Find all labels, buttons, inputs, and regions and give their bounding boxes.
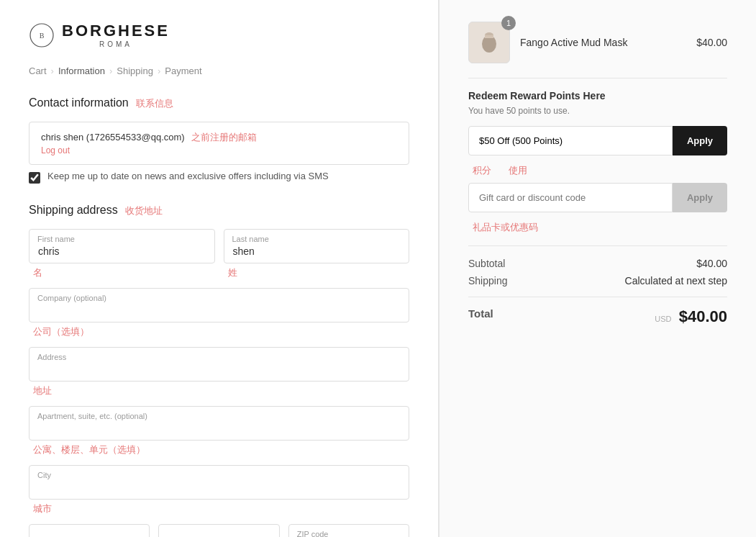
product-name: Fango Active Mud Mask (520, 37, 686, 48)
gift-card-input[interactable] (468, 183, 673, 212)
address-input[interactable] (29, 347, 409, 382)
logout-link[interactable]: Log out (41, 145, 70, 155)
apt-row: Apartment, suite, etc. (optional) 公寓、楼层、… (29, 406, 409, 456)
country-select-wrapper: United States (29, 524, 150, 537)
svg-rect-4 (485, 35, 493, 38)
shipping-value: Calculated at next step (625, 275, 727, 286)
last-name-group: Last name 姓 (224, 229, 410, 279)
apply-gift-button[interactable]: Apply (673, 183, 727, 212)
total-amount-area: USD $40.00 (655, 307, 727, 326)
product-price: $40.00 (696, 37, 727, 48)
shipping-row: Shipping Calculated at next step (468, 275, 727, 286)
product-item: 1 Fango Active Mud Mask $40.00 (468, 22, 727, 63)
shipping-label: Shipping (468, 275, 508, 286)
company-group: Company (optional) 公司（选填） (29, 288, 409, 338)
reward-title: Redeem Reward Points Here (468, 90, 727, 101)
breadcrumb-cart[interactable]: Cart (29, 66, 47, 76)
country-group: Country/Region United States 国家 (29, 524, 150, 537)
divider-1 (468, 78, 727, 78)
subtotal-label: Subtotal (468, 258, 505, 269)
points-cn-note: 积分 使用 (468, 164, 727, 177)
logo-text: BORGHESE ROMA (62, 22, 170, 48)
logo-area: B BORGHESE ROMA (29, 22, 409, 48)
address-row: Address 地址 (29, 347, 409, 397)
product-img-wrap: 1 (468, 22, 510, 63)
contact-section-title: Contact information 联系信息 (29, 96, 409, 110)
sep1: › (51, 66, 54, 76)
sms-label: Keep me up to date on news and exclusive… (47, 171, 329, 181)
contact-box: chris shen (1726554533@qq.com) 之前注册的邮箱 L… (29, 122, 409, 165)
gift-input-row: Apply (468, 183, 727, 212)
reward-section: Redeem Reward Points Here You have 50 po… (468, 90, 727, 234)
zip-group: ZIP code 邮编 (288, 524, 409, 537)
divider-2 (468, 245, 727, 246)
name-row: First name 名 Last name 姓 (29, 229, 409, 279)
subtotal-value: $40.00 (696, 258, 727, 269)
address-group: Address 地址 (29, 347, 409, 397)
city-group: City 城市 (29, 465, 409, 515)
first-name-input[interactable] (29, 229, 215, 263)
breadcrumb-information: Information (58, 66, 105, 76)
apt-group: Apartment, suite, etc. (optional) 公寓、楼层、… (29, 406, 409, 456)
sms-checkbox-row: Keep me up to date on news and exclusive… (29, 171, 409, 184)
state-group: State State AlabamaAlaskaArizona Califor… (158, 524, 279, 537)
left-panel: B BORGHESE ROMA Cart › Information › Shi… (0, 0, 439, 537)
sms-checkbox[interactable] (29, 172, 40, 184)
sep3: › (158, 66, 160, 76)
total-row: Total USD $40.00 (468, 297, 727, 326)
points-input[interactable] (468, 126, 673, 155)
breadcrumb-payment[interactable]: Payment (165, 66, 201, 76)
svg-text:B: B (40, 32, 45, 40)
company-row: Company (optional) 公司（选填） (29, 288, 409, 338)
shipping-section-title: Shipping address 收货地址 (29, 204, 409, 217)
total-currency: USD (655, 315, 671, 323)
gift-cn-note: 礼品卡或优惠码 (468, 221, 727, 234)
product-thumbnail-icon (476, 30, 502, 55)
sep2: › (109, 66, 112, 76)
right-panel: 1 Fango Active Mud Mask $40.00 Redeem Re… (439, 0, 756, 537)
product-badge: 1 (501, 16, 516, 30)
reward-sub: You have 50 points to use. (468, 106, 727, 116)
city-row: City 城市 (29, 465, 409, 515)
country-state-zip-row: Country/Region United States 国家 State St… (29, 524, 409, 537)
total-label: Total (468, 307, 493, 326)
page-layout: B BORGHESE ROMA Cart › Information › Shi… (0, 0, 756, 537)
breadcrumb: Cart › Information › Shipping › Payment (29, 66, 409, 76)
contact-info: chris shen (1726554533@qq.com) 之前注册的邮箱 L… (41, 131, 257, 155)
first-name-group: First name 名 (29, 229, 215, 279)
last-name-input[interactable] (224, 229, 410, 263)
total-value: $40.00 (679, 307, 727, 325)
borghese-logo-icon: B (29, 22, 55, 48)
contact-email: chris shen (1726554533@qq.com) 之前注册的邮箱 (41, 131, 257, 144)
points-input-row: Apply (468, 126, 727, 155)
breadcrumb-shipping[interactable]: Shipping (117, 66, 153, 76)
country-select[interactable]: United States (29, 524, 150, 537)
zip-input[interactable] (288, 524, 409, 537)
company-input[interactable] (29, 288, 409, 322)
logo-sub: ROMA (62, 40, 170, 48)
state-select[interactable]: State AlabamaAlaskaArizona CaliforniaCol… (158, 524, 279, 537)
city-input[interactable] (29, 465, 409, 500)
state-select-wrapper: State AlabamaAlaskaArizona CaliforniaCol… (158, 524, 279, 537)
logo-brand: BORGHESE (62, 22, 170, 40)
apt-input[interactable] (29, 406, 409, 441)
apply-points-button[interactable]: Apply (673, 126, 727, 155)
subtotal-row: Subtotal $40.00 (468, 258, 727, 269)
